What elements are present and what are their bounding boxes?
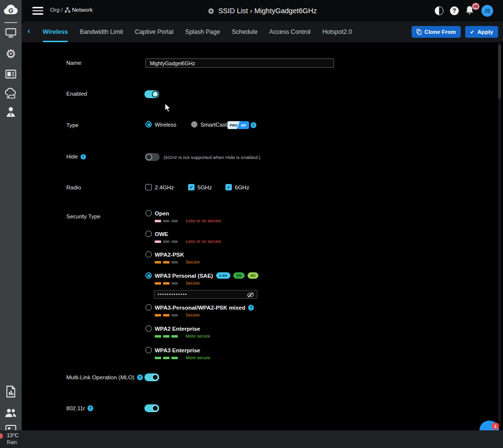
security-wpa2psk-radio[interactable] [145,251,152,258]
security-wpa2ent-name: WPA2 Enterprise [155,326,200,332]
name-input[interactable] [145,58,334,68]
strength-meter [155,357,178,359]
weather-condition[interactable]: Rain [7,440,17,445]
mlo-toggle[interactable] [144,373,159,381]
dot11r-label: 802.11r [66,405,85,411]
enabled-toggle[interactable] [144,90,159,98]
top-header: Org / Network ⚙ SSID List › MightyGadget… [22,0,503,22]
pro-ap-badge: PRO AP [227,121,249,129]
hide-label: Hide [66,154,78,159]
page-title: ⚙ SSID List › MightyGadget6GHz [208,0,317,22]
breadcrumb[interactable]: Org / Network [50,7,93,13]
security-open-radio[interactable] [145,210,152,216]
tab-splash-page[interactable]: Splash Page [185,22,220,42]
hamburger-menu-icon[interactable] [32,7,43,15]
mlo-label: Multi-Link Operation (MLO) [66,374,135,380]
hide-info-icon[interactable]: i [81,154,86,159]
radio-5ghz-checkbox[interactable]: ✔ [188,184,195,190]
sidebar-item-news[interactable] [0,69,22,79]
back-chevron-icon[interactable]: ‹ [28,27,30,35]
app-window: Org / Network ⚙ SSID List › MightyGadget… [0,0,503,448]
tab-schedule[interactable]: Schedule [232,22,257,42]
clone-from-button[interactable]: Clone From [412,26,461,38]
avatar[interactable]: JS [481,5,493,17]
sidebar-item-reports[interactable] [0,385,22,398]
radio-6ghz-checkbox[interactable]: ✔ [225,184,232,190]
security-wpa3sae-name: WPA3 Personal (SAE) [155,273,213,279]
check-icon: ✔ [470,29,475,35]
type-smartcast-radio[interactable] [191,121,197,128]
radio-24ghz-checkbox[interactable] [145,184,152,190]
app-logo[interactable]: G [0,3,22,18]
scrollbar-thumb[interactable] [498,45,501,99]
type-wireless-radio[interactable] [145,121,152,128]
notification-bell[interactable]: 48 [465,5,475,16]
network-icon [65,7,70,13]
security-wpa2ent-radio[interactable] [145,325,152,332]
password-input[interactable]: ••••••••••••• [154,290,257,299]
security-option-open: Open Less or no secure [145,210,221,223]
security-wpa2psk-name: WPA2-PSK [155,252,184,258]
type-info-icon[interactable]: ! [251,122,256,128]
security-wpa3ent-name: WPA3 Enterprise [155,347,200,353]
tab-captive-portal[interactable]: Captive Portal [135,22,174,42]
security-wpa3ent-note: More secure [186,355,210,360]
security-option-wpa2ent: WPA2 Enterprise More secure [145,325,210,339]
sidebar-item-settings[interactable]: ⚙ [0,48,22,60]
security-wpa3sae-radio[interactable] [145,272,152,279]
tab-bar: ‹ Wireless Bandwidth Limit Captive Porta… [22,22,503,42]
security-mixed-radio[interactable] [145,304,152,311]
security-option-wpa2psk: WPA2-PSK Secure [145,251,200,264]
band-badge-24g: 2.4G [216,272,230,279]
theme-contrast-icon[interactable] [435,6,444,15]
ap-badge-label: AP [238,121,249,129]
type-wireless-label: Wireless [155,122,176,128]
strength-meter [155,314,178,316]
dot11r-help-icon[interactable]: ? [87,405,93,411]
tab-bandwidth-limit[interactable]: Bandwidth Limit [80,22,123,42]
form-content [22,42,503,430]
name-label: Name [66,60,82,66]
band-badge-6g: 6G [248,272,259,279]
help-icon[interactable]: ? [450,6,459,15]
type-smartcast-label: SmartCast [200,122,227,128]
clone-icon [417,29,421,35]
weather-temperature[interactable]: 13°C [7,432,18,438]
security-open-name: Open [155,211,169,216]
taskbar: 13°C Rain [0,430,503,448]
breadcrumb-org[interactable]: Org / [50,7,63,13]
dot11r-toggle[interactable] [144,404,159,412]
tab-hotspot20[interactable]: Hotspot2.0 [322,22,352,42]
sidebar-item-firmware-cloud[interactable] [0,88,22,100]
sidebar-item-users[interactable] [0,407,22,418]
tab-wireless[interactable]: Wireless [43,22,68,42]
enabled-label: Enabled [66,91,87,97]
sidebar-divider [4,22,17,23]
radio-5ghz-label: 5GHz [197,184,212,190]
security-owe-radio[interactable] [145,231,152,237]
security-option-wpa3sae: WPA3 Personal (SAE) 2.4G 5G 6G Secure [145,272,258,286]
left-sidebar: G ⚙ [0,0,22,430]
apply-label: Apply [477,29,493,35]
breadcrumb-network[interactable]: Network [72,7,93,13]
clone-from-label: Clone From [424,29,456,35]
notification-badge: 48 [472,3,479,10]
security-type-label: Security Type [66,213,100,219]
hide-note: (6GHz is not supported when Hide is enab… [164,155,260,160]
security-wpa3ent-radio[interactable] [145,347,152,353]
sidebar-item-monitor[interactable] [0,27,22,38]
chat-badge: 1 [492,422,499,430]
mlo-help-icon[interactable]: ? [137,374,143,380]
security-option-mixed: WPA3-Personal/WPA2-PSK mixed ? Secure [145,304,254,317]
apply-button[interactable]: ✔ Apply [465,26,498,38]
scrollbar[interactable] [498,43,501,426]
eye-off-icon[interactable] [247,291,254,298]
tab-access-control[interactable]: Access Control [269,22,310,42]
radio-24ghz-label: 2.4GHz [155,184,174,190]
security-mixed-help-icon[interactable]: ? [248,305,254,311]
strength-meter [155,282,178,285]
hide-toggle[interactable] [145,153,160,161]
strength-meter [155,240,178,243]
sidebar-item-admin[interactable] [0,106,22,118]
radio-6ghz-label: 6GHz [235,184,249,190]
